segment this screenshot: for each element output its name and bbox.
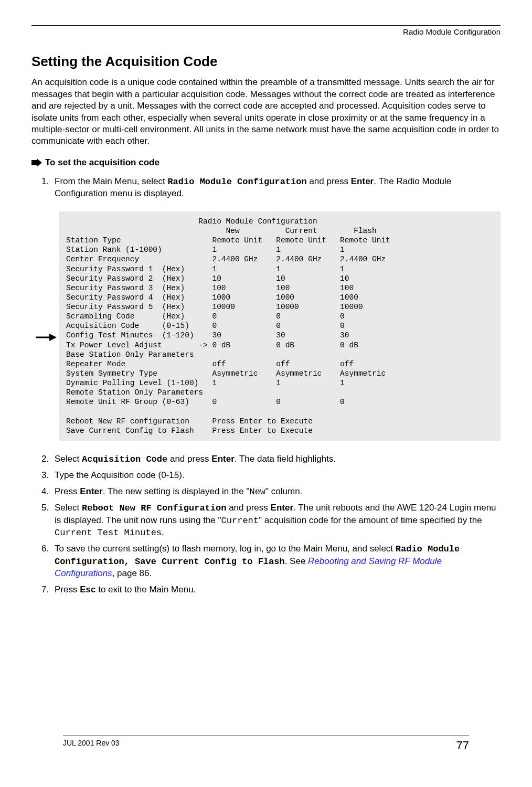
- page-title: Setting the Acquisition Code: [31, 53, 501, 71]
- step5-text-e: .: [162, 527, 164, 537]
- intro-paragraph: An acquisition code is a unique code con…: [31, 77, 501, 147]
- task-heading-row: To set the acquisition code: [31, 157, 501, 168]
- step1-key: Enter: [351, 176, 374, 186]
- procedure-arrow-icon: [31, 158, 42, 167]
- step-4: Press Enter. The new setting is displaye…: [51, 486, 501, 498]
- step-7: Press Esc to exit to the Main Menu.: [51, 584, 501, 595]
- step3-text: Type the Acquisition code (0-15).: [55, 470, 185, 480]
- step5-cmd: Reboot New RF Configuration: [82, 503, 226, 513]
- step-2: Select Acquisition Code and press Enter.…: [51, 453, 501, 465]
- step7-text-b: to exit to the Main Menu.: [95, 584, 196, 594]
- step4-key: Enter: [80, 486, 102, 496]
- step4-text-a: Press: [55, 486, 80, 496]
- step4-text-c: " column.: [265, 486, 302, 496]
- step-1: From the Main Menu, select Radio Module …: [51, 176, 501, 441]
- step2-text-c: . The data field highlights.: [235, 454, 336, 464]
- step5-key: Enter: [271, 503, 293, 513]
- step7-key: Esc: [80, 584, 95, 594]
- step1-text-b: and press: [307, 176, 351, 186]
- step-3: Type the Acquisition code (0-15).: [51, 470, 501, 481]
- step6-text-c: , page 86.: [112, 568, 152, 578]
- step1-cmd: Radio Module Configuration: [167, 177, 306, 187]
- step5-text-d: " acquisition code for the amount of tim…: [259, 515, 482, 525]
- terminal-output: Radio Module Configuration New Current F…: [59, 211, 501, 441]
- step6-text-a: To save the current setting(s) to flash …: [55, 544, 396, 554]
- step-5: Select Reboot New RF Configuration and p…: [51, 502, 501, 539]
- running-header: Radio Module Configuration: [31, 27, 501, 37]
- footer-revision: JUL 2001 Rev 03: [63, 738, 120, 753]
- step2-text-a: Select: [55, 454, 82, 464]
- step4-col: New: [249, 487, 265, 497]
- procedure-list: From the Main Menu, select Radio Module …: [31, 176, 501, 595]
- header-rule: [31, 25, 501, 26]
- step7-text-a: Press: [55, 584, 80, 594]
- step5-col: Current: [221, 516, 259, 526]
- footer-page-number: 77: [456, 738, 469, 753]
- step2-key: Enter: [211, 454, 234, 464]
- step-6: To save the current setting(s) to flash …: [51, 543, 501, 579]
- step5-text-b: and press: [226, 503, 270, 513]
- page-footer: JUL 2001 Rev 03 77: [63, 736, 469, 753]
- terminal-screenshot-container: Radio Module Configuration New Current F…: [55, 211, 501, 441]
- step4-text-b: . The new setting is displayed in the ": [103, 486, 250, 496]
- step2-cmd: Acquisition Code: [82, 454, 167, 464]
- step1-text-a: From the Main Menu, select: [55, 176, 167, 186]
- step5-text-a: Select: [55, 503, 82, 513]
- step2-text-b: and press: [167, 454, 211, 464]
- task-heading-text: To set the acquisition code: [45, 157, 159, 168]
- callout-arrow-icon: [36, 333, 57, 342]
- step5-field: Current Test Minutes: [55, 528, 162, 538]
- step6-text-b: . See: [285, 556, 308, 566]
